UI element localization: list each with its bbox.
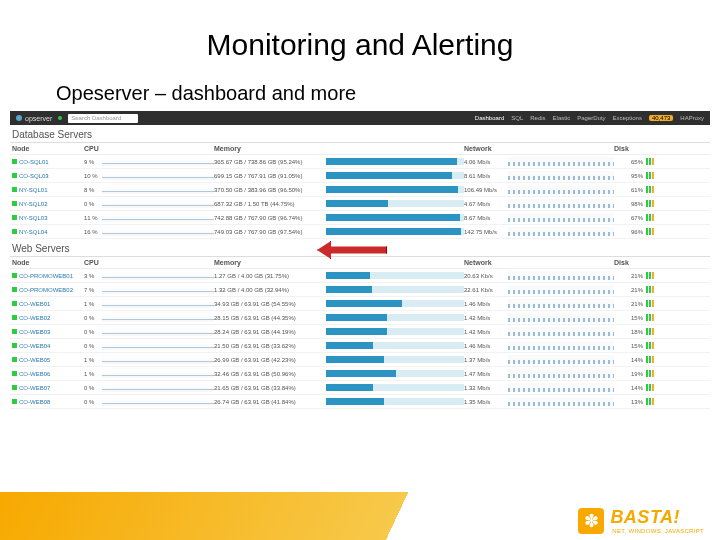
network-cell: 22.61 Kb/s — [464, 285, 614, 294]
cpu-value: 11 % — [84, 215, 98, 221]
node-link[interactable]: NY-SQL01 — [12, 187, 84, 193]
network-cell: 1.46 Mb/s — [464, 299, 614, 308]
node-link[interactable]: CO-WEB02 — [12, 315, 84, 321]
node-link[interactable]: CO-WEB04 — [12, 343, 84, 349]
network-value: 8.67 Mb/s — [464, 215, 504, 221]
cpu-sparkline — [102, 172, 214, 180]
node-link[interactable]: CO-WEB06 — [12, 371, 84, 377]
node-link[interactable]: NY-SQL02 — [12, 201, 84, 207]
tab-elastic[interactable]: Elastic — [553, 115, 571, 121]
memory-text: 34.93 GB / 63.91 GB (54.55%) — [214, 301, 322, 307]
search-input[interactable]: Search Dashboard — [68, 114, 138, 123]
memory-bar — [326, 172, 464, 179]
brand[interactable]: opserver — [16, 115, 52, 122]
disk-bars-icon — [646, 272, 654, 279]
memory-cell: 34.93 GB / 63.91 GB (54.55%) — [214, 300, 464, 307]
network-value: 1.46 Mb/s — [464, 301, 504, 307]
tab-haproxy[interactable]: HAProxy — [680, 115, 704, 121]
cpu-cell: 0 % — [84, 200, 214, 208]
column-headers: Node CPU Memory Network Disk — [10, 257, 710, 269]
network-sparkline — [508, 285, 614, 294]
disk-bars-icon — [646, 300, 654, 307]
disk-cell: 15% — [614, 342, 654, 349]
status-square-icon — [12, 273, 17, 278]
node-link[interactable]: CO-PROMOWEB02 — [12, 287, 84, 293]
table-row: CO-PROMOWEB013 %1.27 GB / 4.00 GB (31.75… — [10, 269, 710, 283]
exceptions-badge[interactable]: 40,473 — [649, 115, 673, 121]
slide-subtitle: Opeserver – dashboard and more — [56, 82, 720, 105]
status-square-icon — [12, 357, 17, 362]
tab-exceptions[interactable]: Exceptions — [613, 115, 642, 121]
disk-value: 15% — [631, 315, 643, 321]
disk-cell: 65% — [614, 158, 654, 165]
slide-footer: BASTA! .NET, WINDOWS, JAVASCRIPT — [0, 492, 720, 540]
network-cell: 4.67 Mb/s — [464, 199, 614, 208]
tab-sql[interactable]: SQL — [511, 115, 523, 121]
memory-bar — [326, 286, 464, 293]
memory-bar — [326, 314, 464, 321]
table-row: CO-WEB040 %21.50 GB / 63.91 GB (33.62%)1… — [10, 339, 710, 353]
node-link[interactable]: CO-WEB08 — [12, 399, 84, 405]
memory-text: 21.65 GB / 63.91 GB (33.84%) — [214, 385, 322, 391]
node-link[interactable]: CO-WEB01 — [12, 301, 84, 307]
tab-pagerduty[interactable]: PagerDuty — [577, 115, 605, 121]
status-square-icon — [12, 315, 17, 320]
cpu-cell: 3 % — [84, 272, 214, 280]
navbar: opserver Search Dashboard Dashboard SQL … — [10, 111, 710, 125]
status-square-icon — [12, 229, 17, 234]
node-link[interactable]: CO-WEB07 — [12, 385, 84, 391]
cpu-sparkline — [102, 342, 214, 350]
node-link[interactable]: CO-WEB05 — [12, 357, 84, 363]
memory-cell: 742.88 GB / 767.90 GB (96.74%) — [214, 214, 464, 221]
network-cell: 106.49 Mb/s — [464, 185, 614, 194]
cpu-value: 1 % — [84, 301, 98, 307]
disk-cell: 21% — [614, 286, 654, 293]
network-cell: 8.61 Mb/s — [464, 171, 614, 180]
memory-cell: 699.15 GB / 767.91 GB (91.05%) — [214, 172, 464, 179]
network-sparkline — [508, 213, 614, 222]
network-cell: 1.46 Mb/s — [464, 341, 614, 350]
status-square-icon — [12, 173, 17, 178]
cpu-value: 0 % — [84, 385, 98, 391]
column-headers: Node CPU Memory Network Disk — [10, 143, 710, 155]
node-link[interactable]: CO-SQL03 — [12, 173, 84, 179]
table-row: CO-SQL019 %365.67 GB / 738.86 GB (95.24%… — [10, 155, 710, 169]
cpu-sparkline — [102, 314, 214, 322]
memory-text: 749.03 GB / 767.90 GB (97.54%) — [214, 229, 322, 235]
cpu-cell: 16 % — [84, 228, 214, 236]
status-square-icon — [12, 215, 17, 220]
network-cell: 1.37 Mb/s — [464, 355, 614, 364]
disk-cell: 61% — [614, 186, 654, 193]
node-link[interactable]: CO-WEB03 — [12, 329, 84, 335]
node-link[interactable]: CO-SQL01 — [12, 159, 84, 165]
network-sparkline — [508, 199, 614, 208]
node-name: CO-WEB08 — [19, 399, 50, 405]
cpu-cell: 0 % — [84, 314, 214, 322]
node-link[interactable]: NY-SQL04 — [12, 229, 84, 235]
memory-cell: 1.32 GB / 4.00 GB (32.94%) — [214, 286, 464, 293]
disk-bars-icon — [646, 328, 654, 335]
memory-text: 1.32 GB / 4.00 GB (32.94%) — [214, 287, 322, 293]
network-cell: 1.47 Mb/s — [464, 369, 614, 378]
disk-cell: 14% — [614, 356, 654, 363]
table-row: CO-WEB030 %28.24 GB / 63.91 GB (44.19%)1… — [10, 325, 710, 339]
header-node: Node — [12, 145, 84, 152]
disk-bars-icon — [646, 384, 654, 391]
memory-cell: 370.50 GB / 383.96 GB (96.50%) — [214, 186, 464, 193]
disk-value: 13% — [631, 399, 643, 405]
brand-logo-icon — [16, 115, 22, 121]
memory-cell: 1.27 GB / 4.00 GB (31.75%) — [214, 272, 464, 279]
disk-bars-icon — [646, 172, 654, 179]
node-link[interactable]: CO-PROMOWEB01 — [12, 273, 84, 279]
cpu-cell: 8 % — [84, 186, 214, 194]
node-link[interactable]: NY-SQL03 — [12, 215, 84, 221]
cpu-sparkline — [102, 272, 214, 280]
node-name: CO-WEB06 — [19, 371, 50, 377]
disk-value: 21% — [631, 301, 643, 307]
tab-redis[interactable]: Redis — [530, 115, 545, 121]
disk-cell: 13% — [614, 398, 654, 405]
cpu-value: 0 % — [84, 315, 98, 321]
network-cell: 142.75 Mb/s — [464, 227, 614, 236]
tab-dashboard[interactable]: Dashboard — [475, 115, 504, 121]
cpu-cell: 9 % — [84, 158, 214, 166]
